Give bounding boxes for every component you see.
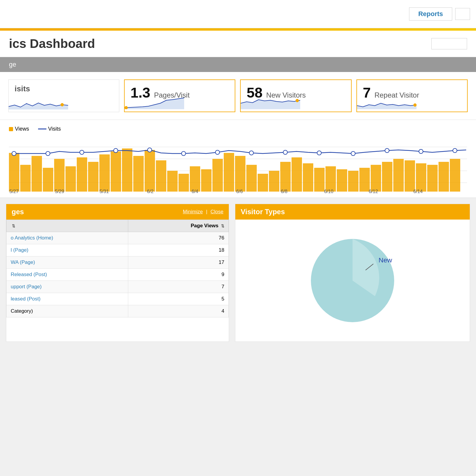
- page-link[interactable]: l (Page): [11, 247, 29, 253]
- extra-button[interactable]: [455, 8, 470, 20]
- pie-area: New: [235, 220, 470, 342]
- table-row: WA (Page)17: [7, 256, 229, 269]
- svg-rect-48: [416, 163, 426, 192]
- yellow-accent-bar: [0, 28, 476, 31]
- svg-rect-37: [292, 157, 302, 192]
- pie-chart: New: [300, 228, 405, 333]
- page-link[interactable]: upport (Page): [11, 284, 42, 289]
- chart-legend: Views Visits: [9, 126, 467, 132]
- svg-rect-47: [405, 160, 415, 192]
- svg-rect-21: [111, 151, 121, 192]
- svg-point-57: [181, 151, 186, 156]
- pageviews-cell: 76: [128, 232, 228, 244]
- pages-panel-actions: Minimize | Close: [183, 209, 223, 215]
- legend-views-icon: [9, 127, 13, 131]
- svg-text:6/4: 6/4: [192, 189, 198, 194]
- svg-point-58: [215, 150, 220, 154]
- sparkline-visits: [9, 95, 68, 109]
- title-input[interactable]: [431, 38, 467, 49]
- svg-rect-35: [269, 171, 279, 192]
- page-title-area: ics Dashboard: [0, 31, 476, 57]
- svg-rect-31: [224, 153, 234, 192]
- svg-rect-44: [371, 165, 381, 192]
- svg-rect-51: [450, 159, 460, 192]
- svg-rect-40: [325, 166, 336, 192]
- svg-rect-23: [133, 156, 144, 192]
- table-row: upport (Page)7: [7, 281, 229, 293]
- svg-rect-42: [348, 171, 358, 192]
- pageviews-cell: 7: [128, 281, 228, 293]
- col-pageviews-header[interactable]: Page Views ⇅: [128, 220, 228, 232]
- svg-rect-29: [201, 169, 212, 192]
- reports-button[interactable]: Reports: [409, 7, 452, 21]
- metric-card-visits: isits: [8, 79, 119, 112]
- page-link[interactable]: o Analytics (Home): [11, 235, 53, 241]
- pages-panel: ges Minimize | Close ⇅ Page Views: [6, 204, 229, 342]
- svg-rect-45: [382, 162, 392, 192]
- svg-rect-18: [77, 157, 87, 192]
- section-header: ge: [0, 57, 476, 72]
- pageviews-cell: 17: [128, 256, 228, 269]
- metric-visits-label: isits: [15, 84, 113, 93]
- svg-marker-6: [357, 103, 416, 109]
- pages-panel-title: ges: [12, 208, 24, 216]
- svg-rect-13: [20, 165, 31, 192]
- table-row: leased (Post)5: [7, 293, 229, 305]
- svg-point-62: [351, 151, 355, 156]
- svg-point-5: [296, 99, 299, 102]
- legend-visits-icon: [38, 129, 46, 129]
- sparkline-repeat-visitors: [357, 94, 416, 109]
- page-link[interactable]: Released (Post): [11, 272, 47, 277]
- main-chart-svg: 5/27 5/29 5/31 6/2 6/4 6/6 6/8 6/10 6/12…: [9, 135, 467, 195]
- svg-point-7: [414, 104, 416, 107]
- minimize-link[interactable]: Minimize: [183, 209, 203, 214]
- legend-visits-label: Visits: [48, 126, 61, 132]
- page-link[interactable]: WA (Page): [11, 259, 35, 265]
- svg-rect-20: [99, 154, 110, 192]
- legend-visits: Visits: [38, 126, 61, 132]
- visitor-types-header: Visitor Types: [235, 204, 470, 220]
- sparkline-pages-visit: [125, 94, 184, 109]
- pages-table-area: ⇅ Page Views ⇅ o Analytics (Home)76l (Pa…: [6, 220, 229, 317]
- metric-card-repeat-visitors: 7 Repeat Visitor: [356, 79, 468, 112]
- svg-point-63: [385, 148, 389, 153]
- svg-point-3: [125, 106, 128, 109]
- svg-rect-50: [439, 162, 449, 192]
- col-pageviews-sort: ⇅: [221, 224, 224, 228]
- close-link[interactable]: Close: [211, 209, 223, 214]
- svg-rect-41: [337, 169, 347, 192]
- page-link[interactable]: leased (Post): [11, 296, 40, 302]
- svg-point-54: [80, 150, 84, 154]
- svg-text:5/31: 5/31: [99, 189, 109, 194]
- svg-text:6/10: 6/10: [324, 189, 333, 194]
- col-page-header[interactable]: ⇅: [7, 220, 128, 232]
- svg-rect-16: [54, 159, 65, 192]
- pages-table: ⇅ Page Views ⇅ o Analytics (Home)76l (Pa…: [6, 220, 229, 317]
- svg-point-60: [283, 150, 287, 154]
- svg-rect-28: [190, 166, 200, 192]
- metric-cards: isits 1.3 Pages/Visit 58 New Visitors: [0, 72, 476, 120]
- pageviews-cell: 4: [128, 305, 228, 317]
- svg-rect-15: [43, 168, 53, 192]
- table-row: Category)4: [7, 305, 229, 317]
- svg-point-55: [114, 148, 118, 153]
- table-row: o Analytics (Home)76: [7, 232, 229, 244]
- svg-point-61: [317, 151, 321, 155]
- svg-rect-34: [258, 174, 268, 192]
- svg-point-1: [61, 103, 64, 106]
- svg-rect-22: [122, 148, 132, 192]
- bottom-panels: ges Minimize | Close ⇅ Page Views: [0, 198, 476, 348]
- chart-section: Views Visits: [0, 120, 476, 198]
- pages-panel-header: ges Minimize | Close: [6, 204, 229, 220]
- svg-text:New: New: [379, 256, 392, 264]
- svg-point-59: [249, 151, 253, 155]
- pageviews-cell: 5: [128, 293, 228, 305]
- table-row: l (Page)18: [7, 244, 229, 256]
- col-page-sort: ⇅: [12, 224, 15, 228]
- svg-rect-25: [156, 160, 166, 192]
- pageviews-cell: 18: [128, 244, 228, 256]
- svg-rect-19: [88, 162, 98, 192]
- sparkline-new-visitors: [241, 94, 300, 109]
- svg-rect-49: [427, 165, 438, 192]
- svg-rect-36: [280, 162, 291, 192]
